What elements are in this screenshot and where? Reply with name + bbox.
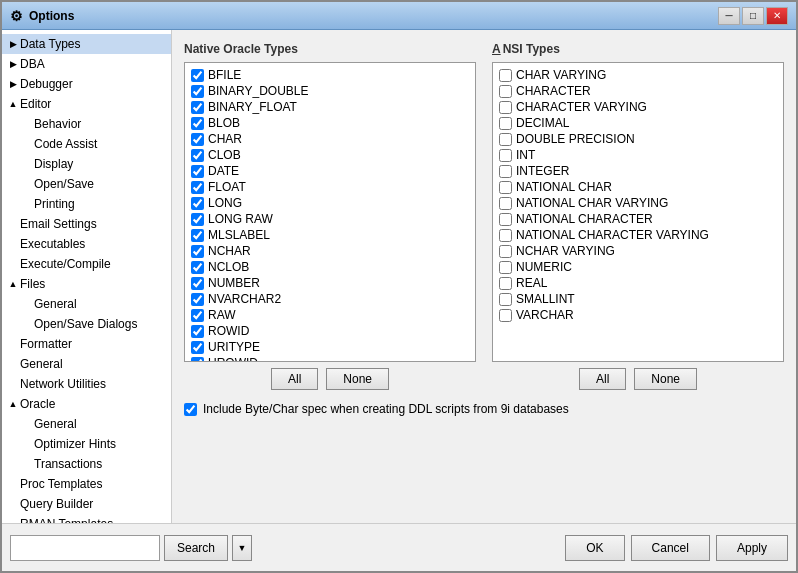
sidebar-item-printing[interactable]: Printing [2, 194, 171, 214]
native-type-item[interactable]: NUMBER [189, 275, 471, 291]
native-type-item[interactable]: RAW [189, 307, 471, 323]
ansi-type-item[interactable]: DECIMAL [497, 115, 779, 131]
ansi-type-checkbox-nationalcharactervarying[interactable] [499, 229, 512, 242]
sidebar-item-query-builder[interactable]: Query Builder [2, 494, 171, 514]
native-type-item[interactable]: ROWID [189, 323, 471, 339]
sidebar-item-debugger[interactable]: ▶Debugger [2, 74, 171, 94]
native-type-checkbox-clob[interactable] [191, 149, 204, 162]
sidebar-item-general-oracle[interactable]: General [2, 414, 171, 434]
native-type-checkbox-rowid[interactable] [191, 325, 204, 338]
ansi-type-item[interactable]: NCHAR VARYING [497, 243, 779, 259]
native-type-item[interactable]: NCHAR [189, 243, 471, 259]
sidebar-item-network-utilities[interactable]: Network Utilities [2, 374, 171, 394]
sidebar-item-general[interactable]: General [2, 354, 171, 374]
sidebar-item-execute-compile[interactable]: Execute/Compile [2, 254, 171, 274]
sidebar-item-oracle[interactable]: ▲Oracle [2, 394, 171, 414]
ansi-type-item[interactable]: NATIONAL CHARACTER VARYING [497, 227, 779, 243]
sidebar-item-files[interactable]: ▲Files [2, 274, 171, 294]
native-type-checkbox-uritype[interactable] [191, 341, 204, 354]
native-type-checkbox-date[interactable] [191, 165, 204, 178]
native-type-item[interactable]: BLOB [189, 115, 471, 131]
native-type-checkbox-blob[interactable] [191, 117, 204, 130]
ansi-type-item[interactable]: VARCHAR [497, 307, 779, 323]
native-type-item[interactable]: LONG RAW [189, 211, 471, 227]
ansi-type-item[interactable]: DOUBLE PRECISION [497, 131, 779, 147]
ansi-type-checkbox-decimal[interactable] [499, 117, 512, 130]
native-type-checkbox-longraw[interactable] [191, 213, 204, 226]
native-type-checkbox-bfile[interactable] [191, 69, 204, 82]
native-type-checkbox-nchar[interactable] [191, 245, 204, 258]
sidebar-item-general-files[interactable]: General [2, 294, 171, 314]
sidebar-item-email-settings[interactable]: Email Settings [2, 214, 171, 234]
native-type-item[interactable]: BFILE [189, 67, 471, 83]
ansi-type-checkbox-int[interactable] [499, 149, 512, 162]
ansi-type-item[interactable]: NATIONAL CHAR VARYING [497, 195, 779, 211]
sidebar-item-editor[interactable]: ▲Editor [2, 94, 171, 114]
minimize-button[interactable]: ─ [718, 7, 740, 25]
sidebar-item-open-save-dialogs[interactable]: Open/Save Dialogs [2, 314, 171, 334]
native-all-button[interactable]: All [271, 368, 318, 390]
search-button[interactable]: Search [164, 535, 228, 561]
ansi-type-item[interactable]: SMALLINT [497, 291, 779, 307]
ansi-type-item[interactable]: INTEGER [497, 163, 779, 179]
ansi-type-checkbox-nationalchar[interactable] [499, 181, 512, 194]
ansi-type-checkbox-character[interactable] [499, 85, 512, 98]
ansi-type-item[interactable]: REAL [497, 275, 779, 291]
sidebar-item-transactions[interactable]: Transactions [2, 454, 171, 474]
native-type-item[interactable]: MLSLABEL [189, 227, 471, 243]
native-type-item[interactable]: FLOAT [189, 179, 471, 195]
ansi-type-checkbox-nationalcharvarying[interactable] [499, 197, 512, 210]
native-none-button[interactable]: None [326, 368, 389, 390]
native-type-checkbox-raw[interactable] [191, 309, 204, 322]
ansi-type-item[interactable]: INT [497, 147, 779, 163]
ansi-type-item[interactable]: NATIONAL CHAR [497, 179, 779, 195]
ansi-types-list[interactable]: CHAR VARYINGCHARACTERCHARACTER VARYINGDE… [492, 62, 784, 362]
sidebar-item-behavior[interactable]: Behavior [2, 114, 171, 134]
ansi-all-button[interactable]: All [579, 368, 626, 390]
native-type-checkbox-mlslabel[interactable] [191, 229, 204, 242]
native-type-checkbox-nclob[interactable] [191, 261, 204, 274]
ansi-type-item[interactable]: CHARACTER [497, 83, 779, 99]
native-type-checkbox-binary_float[interactable] [191, 101, 204, 114]
ok-button[interactable]: OK [565, 535, 624, 561]
include-label[interactable]: Include Byte/Char spec when creating DDL… [203, 402, 569, 416]
ansi-type-item[interactable]: NUMERIC [497, 259, 779, 275]
maximize-button[interactable]: □ [742, 7, 764, 25]
sidebar-item-open-save[interactable]: Open/Save [2, 174, 171, 194]
ansi-type-checkbox-charactervarying[interactable] [499, 101, 512, 114]
native-type-item[interactable]: NVARCHAR2 [189, 291, 471, 307]
ansi-type-checkbox-nationalcharacter[interactable] [499, 213, 512, 226]
ansi-type-item[interactable]: NATIONAL CHARACTER [497, 211, 779, 227]
sidebar-item-executables[interactable]: Executables [2, 234, 171, 254]
close-button[interactable]: ✕ [766, 7, 788, 25]
native-type-item[interactable]: BINARY_FLOAT [189, 99, 471, 115]
ansi-type-checkbox-integer[interactable] [499, 165, 512, 178]
search-dropdown-button[interactable]: ▼ [232, 535, 252, 561]
native-type-item[interactable]: NCLOB [189, 259, 471, 275]
ansi-type-item[interactable]: CHAR VARYING [497, 67, 779, 83]
search-input[interactable] [10, 535, 160, 561]
ansi-none-button[interactable]: None [634, 368, 697, 390]
native-type-item[interactable]: BINARY_DOUBLE [189, 83, 471, 99]
native-type-item[interactable]: URITYPE [189, 339, 471, 355]
native-type-checkbox-binary_double[interactable] [191, 85, 204, 98]
sidebar-item-formatter[interactable]: Formatter [2, 334, 171, 354]
native-type-checkbox-char[interactable] [191, 133, 204, 146]
sidebar-item-optimizer-hints[interactable]: Optimizer Hints [2, 434, 171, 454]
sidebar-item-code-assist[interactable]: Code Assist [2, 134, 171, 154]
apply-button[interactable]: Apply [716, 535, 788, 561]
sidebar-item-rman-templates[interactable]: RMAN Templates [2, 514, 171, 523]
native-type-checkbox-float[interactable] [191, 181, 204, 194]
native-type-checkbox-urowid[interactable] [191, 357, 204, 363]
native-types-list[interactable]: BFILEBINARY_DOUBLEBINARY_FLOATBLOBCHARCL… [184, 62, 476, 362]
native-type-checkbox-number[interactable] [191, 277, 204, 290]
ansi-type-item[interactable]: CHARACTER VARYING [497, 99, 779, 115]
ansi-type-checkbox-real[interactable] [499, 277, 512, 290]
ansi-type-checkbox-doubleprecision[interactable] [499, 133, 512, 146]
ansi-type-checkbox-ncharvarying[interactable] [499, 245, 512, 258]
native-type-checkbox-long[interactable] [191, 197, 204, 210]
ansi-type-checkbox-charvarying[interactable] [499, 69, 512, 82]
sidebar-item-proc-templates[interactable]: Proc Templates [2, 474, 171, 494]
native-type-item[interactable]: UROWID [189, 355, 471, 362]
native-type-item[interactable]: CLOB [189, 147, 471, 163]
